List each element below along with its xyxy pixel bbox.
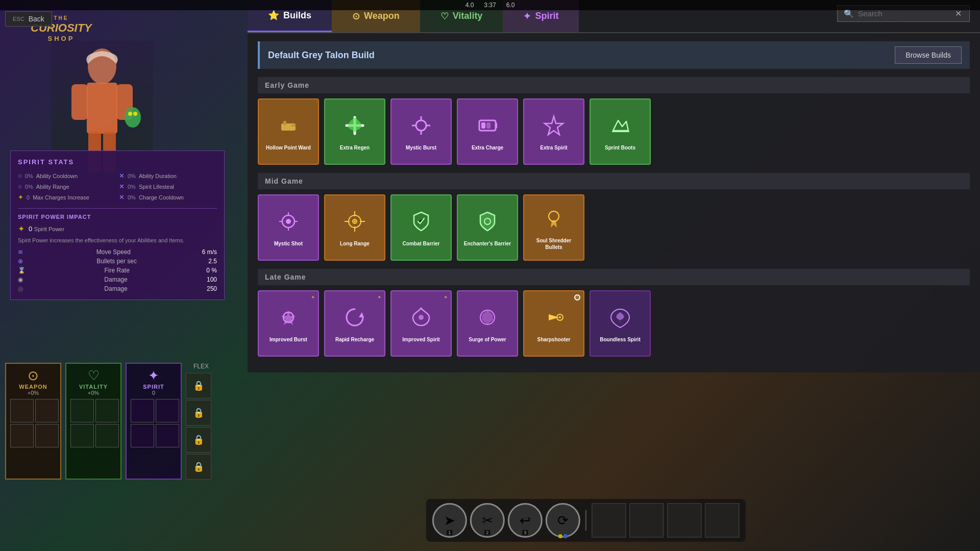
item-extra-regen[interactable]: Extra Regen [324,98,385,165]
vitality-slot[interactable] [95,424,119,447]
esc-label: ESC [13,16,24,22]
shop-shop: SHOP [31,35,92,43]
ability-2-num: 2 [484,530,490,535]
item-enchanters-barrier[interactable]: Enchanter's Barrier [457,194,518,261]
improved-spirit-badge: ✦ [444,294,448,300]
weapon-slot[interactable] [35,424,59,447]
back-button[interactable]: ESC Back [5,11,52,27]
svg-rect-19 [486,122,491,129]
cooldown-icon: ○ [18,172,22,180]
item-long-range[interactable]: Long Range [324,194,385,261]
soul-shredder-icon [542,206,566,235]
item-boundless-spirit[interactable]: Boundless Spirit [590,290,651,357]
improved-burst-badge: ✦ [311,294,315,300]
item-mystic-shot[interactable]: Mystic Shot [258,194,319,261]
surge-of-power-icon [475,305,500,334]
main-panel: ⭐ Builds ⊙ Weapon ♡ Vitality ✦ Spirit 🔍 … [248,0,980,372]
flex-slot-locked: 🔒 [186,400,211,425]
vitality-card-value: +0% [70,390,116,396]
damage2-value: 250 [207,285,217,292]
damage1-label: Damage [104,276,127,283]
extra-spirit-name: Extra Spirit [540,144,567,151]
sprint-boots-name: Sprint Boots [605,144,635,151]
combat-bullets: ⊕ Bullets per sec 2.5 [18,258,217,265]
spirit-slot[interactable] [156,424,179,447]
item-combat-barrier[interactable]: Combat Barrier [390,194,452,261]
item-improved-spirit[interactable]: Improved Spirit ✦ [390,290,452,357]
weapon-card-icon: ⊙ [10,368,56,384]
vitality-card-icon: ♡ [70,368,116,384]
range-icon: ○ [18,183,22,190]
svg-point-8 [133,112,137,116]
flex-slot-locked: 🔒 [186,427,211,453]
vitality-tab-label: Vitality [453,11,483,21]
early-game-section: Early Game Hollow Point Ward Extra Regen [258,77,970,165]
combat-move-speed: ≋ Move Speed 6 m/s [18,248,217,256]
item-improved-burst[interactable]: Improved Burst ✦ [258,290,319,357]
bullets-icon: ⊕ [18,258,23,265]
extra-charge-name: Extra Charge [472,144,503,151]
ability-4-icon: ⟳ [557,513,569,529]
weapon-slot[interactable] [10,424,34,447]
extra-regen-icon [342,113,367,142]
vitality-slot[interactable] [95,399,119,422]
vitality-slot[interactable] [70,424,94,447]
weapon-card-value: +0% [10,390,56,396]
score-left: 4.0 [465,2,474,9]
weapon-slots [10,399,56,447]
early-game-items: Hollow Point Ward Extra Regen Mystic Bur… [258,98,970,165]
ability-slot-2[interactable]: ✂ 2 [470,503,505,538]
combat-barrier-name: Combat Barrier [403,240,440,247]
boundless-spirit-icon [608,305,632,334]
item-hollow-point-ward[interactable]: Hollow Point Ward [258,98,319,165]
search-input[interactable] [858,9,955,18]
ability-4-indicators [558,534,568,538]
spirit-slot[interactable] [131,399,154,422]
back-label: Back [29,15,44,23]
item-sharpshooter[interactable]: Sharpshooter [523,290,584,357]
ability-slot-1[interactable]: ➤ 1 [432,503,467,538]
svg-marker-21 [545,116,563,135]
ability-3-num: 3 [522,530,528,535]
range-value: 0% [25,184,33,190]
item-rapid-recharge[interactable]: Rapid Recharge ✦ [324,290,385,357]
item-extra-spirit[interactable]: Extra Spirit [523,98,584,165]
item-soul-shredder[interactable]: Soul Shredder Bullets [523,194,584,261]
spirit-card: ✦ SPIRIT 0 [126,363,182,480]
empty-ability-slot [705,503,740,538]
combat-stats: ≋ Move Speed 6 m/s ⊕ Bullets per sec 2.5… [18,248,217,292]
spirit-card-name: SPIRIT [131,384,177,390]
stats-grid: ○ 0% Ability Cooldown ✕ 0% Ability Durat… [18,172,217,201]
weapon-slot[interactable] [35,399,59,422]
item-mystic-burst[interactable]: Mystic Burst [390,98,452,165]
bottom-stat-cards: ⊙ WEAPON +0% ♡ VITALITY +0% ✦ SPIRIT [5,363,216,480]
ability-slot-3[interactable]: ↩ 3 [508,503,543,538]
item-sprint-boots[interactable]: Sprint Boots [590,98,651,165]
vitality-slot[interactable] [70,399,94,422]
mystic-shot-name: Mystic Shot [274,240,303,247]
spirit-slot[interactable] [156,399,179,422]
browse-builds-button[interactable]: Browse Builds [895,46,962,64]
extra-charge-icon [475,113,500,142]
build-title: Default Grey Talon Build [268,50,375,61]
improved-spirit-icon [409,305,433,334]
vitality-slots [70,399,116,447]
mystic-burst-icon [409,113,433,142]
weapon-slot[interactable] [10,399,34,422]
range-label: Ability Range [36,184,69,190]
long-range-name: Long Range [340,240,370,247]
flex-section: FLEX 🔒 🔒 🔒 🔒 [186,363,216,480]
mystic-burst-name: Mystic Burst [406,144,436,151]
spirit-slot[interactable] [131,424,154,447]
svg-rect-18 [481,122,485,129]
cooldown-label: Ability Cooldown [36,173,78,179]
flex-label: FLEX [186,363,216,370]
indicator-dot [558,534,562,538]
damage2-label: Damage [104,285,127,292]
item-surge-of-power[interactable]: Surge of Power [457,290,518,357]
ability-slot-4[interactable]: ⟳ [546,503,580,538]
item-extra-charge[interactable]: Extra Charge [457,98,518,165]
duration-label: Ability Duration [139,173,177,179]
svg-point-41 [419,315,424,320]
spirit-tab-icon: ✦ [523,11,531,22]
